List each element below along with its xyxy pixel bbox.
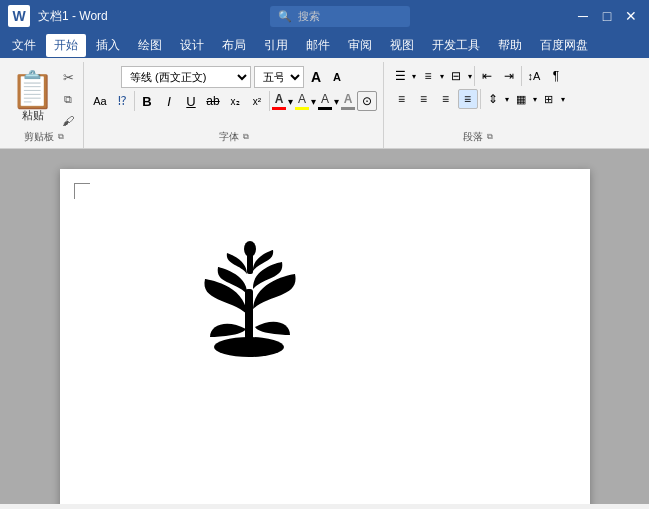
paragraph-expand[interactable]: ⧉ xyxy=(487,132,493,142)
change-case-button[interactable]: Aa xyxy=(90,91,110,111)
font-size-select[interactable]: 五号 xyxy=(254,66,304,88)
font-color-dropdown[interactable]: ▾ xyxy=(288,96,293,107)
menu-item-home[interactable]: 开始 xyxy=(46,34,86,57)
svg-point-1 xyxy=(214,337,284,357)
title-controls: ─ □ ✕ xyxy=(573,8,641,24)
multilevel-list-button[interactable]: ⊟ xyxy=(446,66,466,86)
highlight-color-button[interactable]: A xyxy=(295,92,309,110)
plant-image xyxy=(190,229,310,359)
bullet-list-button[interactable]: ☰ xyxy=(390,66,410,86)
shading-button[interactable]: ▦ xyxy=(511,89,531,109)
maximize-button[interactable]: □ xyxy=(597,8,617,24)
strikethrough-button[interactable]: ab xyxy=(203,91,223,111)
clear-format-button[interactable]: ⁉ xyxy=(112,91,132,111)
document-area xyxy=(0,149,649,504)
menu-item-view[interactable]: 视图 xyxy=(382,34,422,57)
font-group: 等线 (西文正文) 五号 A A Aa ⁉ B I U ab x₂ x² xyxy=(84,62,384,148)
format-painter-button[interactable]: 🖌 xyxy=(59,112,77,130)
word-logo: W xyxy=(8,5,30,27)
svg-point-3 xyxy=(244,241,256,257)
font-label: 字体 ⧉ xyxy=(219,130,249,146)
close-button[interactable]: ✕ xyxy=(621,8,641,24)
paste-button[interactable]: 📋 粘贴 xyxy=(10,72,55,123)
sort-button[interactable]: ↕A xyxy=(524,66,544,86)
menu-item-references[interactable]: 引用 xyxy=(256,34,296,57)
italic-button[interactable]: I xyxy=(159,91,179,111)
title-text: 文档1 - Word xyxy=(38,8,108,25)
show-marks-button[interactable]: ¶ xyxy=(546,66,566,86)
bold-button[interactable]: B xyxy=(137,91,157,111)
char-color-dropdown[interactable]: ▾ xyxy=(334,96,339,107)
line-spacing-dropdown[interactable]: ▾ xyxy=(505,95,509,104)
char-color-button[interactable]: A xyxy=(318,92,332,110)
align-left-button[interactable]: ≡ xyxy=(392,89,412,109)
menu-item-developer[interactable]: 开发工具 xyxy=(424,34,488,57)
numbered-list-button[interactable]: ≡ xyxy=(418,66,438,86)
borders-dropdown[interactable]: ▾ xyxy=(561,95,565,104)
highlight-color-dropdown[interactable]: ▾ xyxy=(311,96,316,107)
font-family-select[interactable]: 等线 (西文正文) xyxy=(121,66,251,88)
align-justify-button[interactable]: ≡ xyxy=(458,89,478,109)
menu-item-layout[interactable]: 布局 xyxy=(214,34,254,57)
title-search[interactable]: 🔍 搜索 xyxy=(270,6,410,27)
clipboard-group: 📋 粘贴 ✂ ⧉ 🖌 剪贴板 ⧉ xyxy=(4,62,84,148)
menu-item-review[interactable]: 审阅 xyxy=(340,34,380,57)
menu-item-baidu[interactable]: 百度网盘 xyxy=(532,34,596,57)
font-effect-button[interactable]: A xyxy=(341,92,355,110)
align-center-button[interactable]: ≡ xyxy=(414,89,434,109)
paragraph-group: ☰ ▾ ≡ ▾ ⊟ ▾ ⇤ ⇥ ↕A ¶ ≡ ≡ ≡ ≡ ⇕ ▾ xyxy=(384,62,572,148)
menu-item-draw[interactable]: 绘图 xyxy=(130,34,170,57)
borders-button[interactable]: ⊞ xyxy=(539,89,559,109)
numbered-list-dropdown[interactable]: ▾ xyxy=(440,72,444,81)
search-icon: 🔍 xyxy=(278,10,292,23)
menu-item-insert[interactable]: 插入 xyxy=(88,34,128,57)
bullet-list-dropdown[interactable]: ▾ xyxy=(412,72,416,81)
subscript-button[interactable]: x₂ xyxy=(225,91,245,111)
minimize-button[interactable]: ─ xyxy=(573,8,593,24)
clipboard-label: 剪贴板 ⧉ xyxy=(24,130,64,146)
increase-indent-button[interactable]: ⇥ xyxy=(499,66,519,86)
title-left: W 文档1 - Word xyxy=(8,5,108,27)
underline-button[interactable]: U xyxy=(181,91,201,111)
document-page[interactable] xyxy=(60,169,590,504)
menu-item-help[interactable]: 帮助 xyxy=(490,34,530,57)
menu-item-file[interactable]: 文件 xyxy=(4,34,44,57)
font-expand[interactable]: ⧉ xyxy=(243,132,249,142)
menu-item-mailings[interactable]: 邮件 xyxy=(298,34,338,57)
multilevel-list-dropdown[interactable]: ▾ xyxy=(468,72,472,81)
shrink-font-button[interactable]: A xyxy=(328,68,346,86)
emphasis-button[interactable]: ⊙ xyxy=(357,91,377,111)
shading-dropdown[interactable]: ▾ xyxy=(533,95,537,104)
align-right-button[interactable]: ≡ xyxy=(436,89,456,109)
superscript-button[interactable]: x² xyxy=(247,91,267,111)
copy-button[interactable]: ⧉ xyxy=(59,90,77,108)
cut-button[interactable]: ✂ xyxy=(59,68,77,86)
grow-font-button[interactable]: A xyxy=(307,68,325,86)
clipboard-expand[interactable]: ⧉ xyxy=(58,132,64,142)
menu-item-design[interactable]: 设计 xyxy=(172,34,212,57)
line-spacing-button[interactable]: ⇕ xyxy=(483,89,503,109)
title-bar: W 文档1 - Word 🔍 搜索 ─ □ ✕ xyxy=(0,0,649,32)
font-color-button[interactable]: A xyxy=(272,92,286,110)
ribbon: 📋 粘贴 ✂ ⧉ 🖌 剪贴板 ⧉ 等线 (西文正文) 五号 xyxy=(0,58,649,149)
svg-rect-0 xyxy=(245,289,253,344)
search-placeholder: 搜索 xyxy=(298,9,320,24)
page-corner-indicator xyxy=(74,183,90,199)
menu-bar: 文件 开始 插入 绘图 设计 布局 引用 邮件 审阅 视图 开发工具 帮助 百度… xyxy=(0,32,649,58)
decrease-indent-button[interactable]: ⇤ xyxy=(477,66,497,86)
paragraph-label: 段落 ⧉ xyxy=(463,130,493,146)
